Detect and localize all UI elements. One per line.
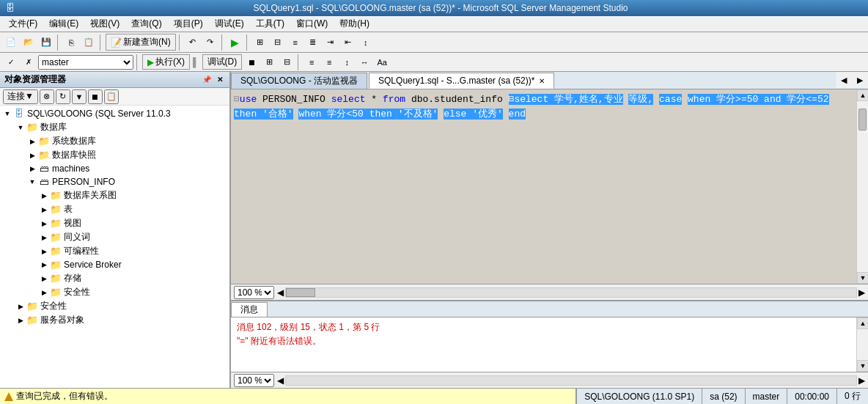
views-expand-icon[interactable]: ▶ [38,218,50,229]
diagrams-expand-icon[interactable]: ▶ [38,190,50,202]
query-editor[interactable]: ⊟use PERSON_INFO select * from dbo.stude… [231,89,856,284]
tree-programmability[interactable]: ▶ 📁 可编程性 [0,244,229,258]
new-query-button[interactable]: 📝 新建查询(N) [106,34,176,51]
oe-connect-btn[interactable]: 连接▼ [3,89,38,104]
btn9[interactable]: ≡ [287,34,304,51]
system-dbs-expand-icon[interactable]: ▶ [26,136,38,147]
results-scroll-up[interactable]: ▲ [857,317,868,329]
oe-new-btn[interactable]: 📋 [104,89,119,104]
scroll-thumb[interactable] [858,109,867,131]
results-hscroll[interactable] [285,375,857,386]
results-tab-messages[interactable]: 消息 [231,302,268,317]
snapshots-expand-icon[interactable]: ▶ [26,150,38,161]
tree-storage[interactable]: ▶ 📁 存储 [0,271,229,285]
tb2-btn7[interactable]: ≡ [321,54,337,70]
tb2-btn10[interactable]: Aa [374,54,390,70]
btn7[interactable]: ⊞ [252,34,268,51]
menu-project[interactable]: 项目(P) [168,16,209,32]
tree-personinfo-db[interactable]: ▼ 🗃 PERSON_INFO [0,175,229,188]
menu-tools[interactable]: 工具(T) [250,16,290,32]
oe-pin-btn[interactable]: 📌 [200,75,213,84]
menu-edit[interactable]: 编辑(E) [43,16,84,32]
save-btn[interactable]: 💾 [38,34,54,51]
scroll-up-arrow[interactable]: ▲ [857,89,868,101]
tree-machines-db[interactable]: ▶ 🗃 machines [0,162,229,175]
oe-filter-btn[interactable]: ▼ [72,89,87,104]
tree-security-db[interactable]: ▶ 📁 安全性 [0,285,229,299]
tb2-btn2[interactable]: ✗ [21,54,37,70]
tb2-btn8[interactable]: ↕ [339,54,355,70]
synonyms-expand-icon[interactable]: ▶ [38,232,50,243]
storage-expand-icon[interactable]: ▶ [38,273,50,284]
tree-system-dbs[interactable]: ▶ 📁 系统数据库 [0,134,229,148]
menu-view[interactable]: 视图(V) [84,16,125,32]
scroll-down-arrow[interactable]: ▼ [857,272,868,284]
tree-databases-folder[interactable]: ▼ 📁 数据库 [0,120,229,134]
tb2-btn9[interactable]: ↔ [356,54,372,70]
scroll-right-btn[interactable]: ▶ [858,287,865,298]
security-top-expand-icon[interactable]: ▶ [15,301,26,312]
btn12[interactable]: ⇤ [340,34,356,51]
open-btn[interactable]: 📂 [21,34,37,51]
results-zoom-select[interactable]: 100 % [234,374,274,387]
tab-query-close[interactable]: ✕ [539,77,545,85]
oe-disconnect-btn[interactable]: ⊗ [40,89,54,104]
tree-diagrams[interactable]: ▶ 📁 数据库关系图 [0,188,229,202]
server-expand-icon[interactable]: ▼ [1,108,13,120]
copy-btn[interactable]: ⎘ [63,34,79,51]
tree-views[interactable]: ▶ 📁 视图 [0,216,229,230]
paste-btn[interactable]: 📋 [81,34,97,51]
tree-server[interactable]: ▼ 🗄 SQL\GOLOONG (SQL Server 11.0.3 [0,107,229,120]
tab-scroll-left[interactable]: ◀ [836,72,852,88]
tree-security-top[interactable]: ▶ 📁 安全性 [0,299,229,313]
tb2-btn1[interactable]: ✓ [3,54,19,70]
execute-button[interactable]: ▶ 执行(X) [142,54,190,70]
tab-query[interactable]: SQLQuery1.sql - S...G.master (sa (52))* … [369,73,554,89]
results-scroll-right-btn[interactable]: ▶ [858,375,865,386]
tb2-btn4[interactable]: ⊞ [261,54,277,70]
editor-content[interactable]: ⊟use PERSON_INFO select * from dbo.stude… [231,89,856,124]
databases-expand-icon[interactable]: ▼ [15,122,26,133]
tables-expand-icon[interactable]: ▶ [38,204,50,216]
tab-monitor[interactable]: SQL\GOLOONG - 活动监视器 [231,73,367,89]
tree-tables[interactable]: ▶ 📁 表 [0,202,229,216]
btn8[interactable]: ⊟ [270,34,286,51]
zoom-select[interactable]: 100 % [234,286,274,299]
hscroll-thumb[interactable] [286,288,315,297]
new-btn[interactable]: 📄 [3,34,19,51]
undo-btn[interactable]: ↶ [185,34,201,51]
editor-vscrollbar[interactable]: ▲ ▼ [856,89,868,284]
tab-scroll-right[interactable]: ▶ [852,72,868,88]
oe-close-btn[interactable]: ✕ [215,75,225,84]
sb-expand-icon[interactable]: ▶ [38,259,50,271]
tree-server-objects[interactable]: ▶ 📁 服务器对象 [0,313,229,327]
btn10[interactable]: ≣ [305,34,321,51]
btn13[interactable]: ↕ [358,34,374,51]
results-scroll-down[interactable]: ▼ [857,360,868,372]
hscroll-track[interactable] [285,287,857,298]
oe-stop-btn[interactable]: ⏹ [88,89,103,104]
server-obj-expand-icon[interactable]: ▶ [15,315,26,326]
tb2-btn3[interactable]: ⏹ [243,54,260,70]
database-select[interactable]: master [38,55,133,70]
tb2-btn5[interactable]: ⊟ [279,54,295,70]
results-vscrollbar[interactable]: ▲ ▼ [856,317,868,372]
tb2-btn6[interactable]: ≡ [304,54,320,70]
redo-btn[interactable]: ↷ [202,34,218,51]
menu-help[interactable]: 帮助(H) [334,16,375,32]
scroll-left-btn[interactable]: ◀ [277,287,284,298]
menu-query[interactable]: 查询(Q) [125,16,167,32]
tree-synonyms[interactable]: ▶ 📁 同义词 [0,230,229,244]
btn11[interactable]: ⇥ [323,34,339,51]
menu-debug[interactable]: 调试(E) [209,16,250,32]
prog-expand-icon[interactable]: ▶ [38,246,50,257]
run-btn[interactable]: ▶ [227,34,243,51]
menu-file[interactable]: 文件(F) [3,16,43,32]
tree-snapshots[interactable]: ▶ 📁 数据库快照 [0,148,229,162]
personinfo-expand-icon[interactable]: ▼ [26,176,38,188]
tree-service-broker[interactable]: ▶ 📁 Service Broker [0,258,229,271]
results-scroll-left[interactable]: ◀ [277,375,284,386]
security-db-expand-icon[interactable]: ▶ [38,287,50,298]
debug-button[interactable]: 调试(D) [202,54,243,70]
oe-refresh-btn[interactable]: ↻ [56,89,70,104]
